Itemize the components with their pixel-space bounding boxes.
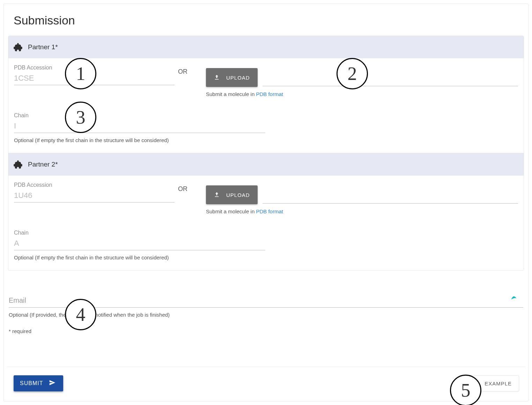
submit-label: SUBMIT [20, 380, 43, 386]
send-icon [49, 379, 56, 388]
email-input[interactable] [9, 295, 523, 308]
required-note: * required [9, 328, 523, 334]
partner1-pdb-label: PDB Accession [14, 65, 175, 71]
partner1-or-label: OR [178, 65, 206, 75]
puzzle-icon [13, 42, 23, 52]
partner2-upload-hint: Submit a molecule in PDB format [206, 208, 518, 214]
partner1-pdb-format-link[interactable]: PDB format [256, 91, 283, 97]
email-hint: Optional (If provided, the user will be … [9, 312, 523, 318]
partner1-chain-hint: Optional (If empty the first chain in th… [14, 137, 265, 143]
partner1-chain-input[interactable] [14, 121, 265, 133]
submission-card: Submission Partner 1* PDB Accession OR [3, 3, 529, 402]
partner1-pdb-input[interactable] [14, 73, 175, 85]
example-button[interactable]: EXAMPLE [465, 375, 519, 391]
partner1-upload-button[interactable]: UPLOAD [206, 68, 258, 87]
partner2-upload-underline [263, 203, 518, 204]
partner2-chain-label: Chain [14, 230, 265, 236]
partner2-header: Partner 2* [8, 153, 524, 176]
partner2-title: Partner 2* [28, 161, 58, 168]
example-label: EXAMPLE [485, 381, 512, 386]
partner1-upload-hint: Submit a molecule in PDB format [206, 91, 518, 97]
partner2-pdb-format-link[interactable]: PDB format [256, 208, 283, 214]
partner1-upload-underline [263, 86, 518, 86]
partner2-chain-hint: Optional (If empty the first chain in th… [14, 255, 265, 260]
partner1-upload-label: UPLOAD [226, 75, 250, 81]
partner2-pdb-input[interactable] [14, 190, 175, 202]
upload-icon [214, 192, 220, 198]
partner1-upload-hint-prefix: Submit a molecule in [206, 91, 256, 97]
partner2-upload-hint-prefix: Submit a molecule in [206, 208, 256, 214]
partner1-header: Partner 1* [8, 36, 524, 58]
puzzle-icon [13, 160, 23, 169]
partner1-title: Partner 1* [28, 43, 58, 51]
decor-icon [510, 293, 518, 302]
svg-point-2 [476, 381, 476, 382]
submit-button[interactable]: SUBMIT [14, 375, 63, 391]
partner2-body: PDB Accession OR UPLOAD [8, 176, 524, 270]
partner2-upload-label: UPLOAD [226, 192, 250, 198]
partner1-body: PDB Accession OR UPLOAD [8, 58, 524, 153]
partner2-upload-button[interactable]: UPLOAD [206, 185, 258, 204]
info-icon [473, 380, 480, 388]
footer: SUBMIT EXAMPLE [7, 367, 525, 398]
upload-icon [214, 74, 220, 81]
page-title: Submission [14, 14, 525, 27]
partner2-chain-input[interactable] [14, 238, 265, 250]
partners-box: Partner 1* PDB Accession OR [8, 36, 524, 271]
partner2-or-label: OR [178, 182, 206, 193]
partner2-pdb-label: PDB Accession [14, 182, 175, 188]
email-block: Optional (If provided, the user will be … [9, 295, 523, 318]
partner1-chain-label: Chain [14, 112, 265, 119]
